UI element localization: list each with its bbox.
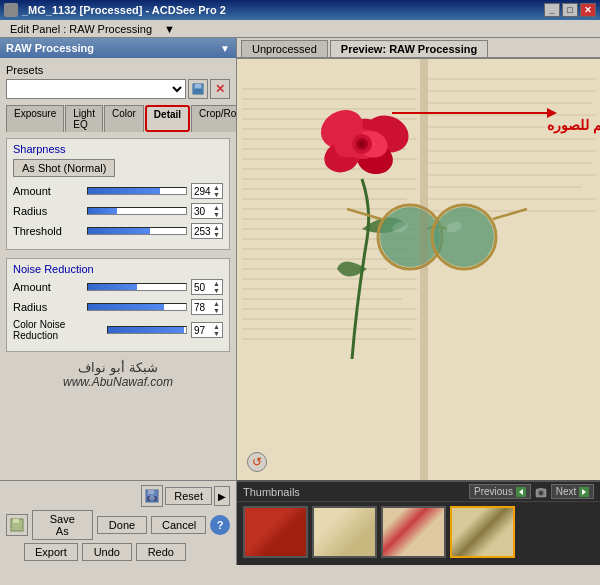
bottom-save-icon [10,518,24,532]
noise-amount-spinner[interactable]: 50 ▲▼ [191,279,223,295]
sharpness-threshold-slider[interactable] [87,227,187,235]
bottom-disk-icon[interactable] [6,514,28,536]
tab-crop-rotate[interactable]: Crop/Rotate [191,105,236,132]
undo-button[interactable]: Undo [82,543,132,561]
close-button[interactable]: ✕ [580,3,596,17]
noise-reduction-title: Noise Reduction [13,263,223,275]
noise-radius-label: Radius [13,301,83,313]
sharpness-section: Sharpness As Shot (Normal) Amount 294 ▲▼… [6,138,230,250]
sharpness-radius-slider[interactable] [87,207,187,215]
done-button[interactable]: Done [97,516,147,534]
next-button[interactable]: Next [551,484,594,499]
panel-content: Presets ✕ Exposure [0,58,236,480]
thumb-header: Thumbnails Previous [237,482,600,502]
edit-panel-menu[interactable]: Edit Panel : RAW Processing [4,23,158,35]
tab-unprocessed[interactable]: Unprocessed [241,40,328,57]
sharpness-threshold-label: Threshold [13,225,83,237]
tab-color[interactable]: Color [104,105,144,132]
reset-button[interactable]: Reset [165,487,212,505]
sharpness-amount-slider[interactable] [87,187,187,195]
image-area: ↺ هنا قائمة الحده والتنعيم للصوره [237,59,600,480]
bottom-row-2: Export Undo Redo [6,543,230,561]
svg-rect-75 [539,488,543,490]
cancel-button[interactable]: Cancel [151,516,206,534]
svg-point-74 [539,491,542,494]
prev-button[interactable]: Previous [469,484,531,499]
thumbnail-strip: Thumbnails Previous [237,480,600,565]
export-button[interactable]: Export [24,543,78,561]
sharpness-title: Sharpness [13,143,223,155]
redo-button[interactable]: Redo [136,543,186,561]
watermark-arabic: شبكة أبو نواف [6,360,230,375]
sharpness-amount-spinner[interactable]: 294 ▲▼ [191,183,223,199]
presets-label: Presets [6,64,230,76]
tab-detail[interactable]: Detail [145,105,190,132]
thumbnail-2[interactable] [312,506,377,558]
noise-amount-slider[interactable] [87,283,187,291]
save-as-button[interactable]: Save As [32,510,93,540]
thumbnail-1[interactable] [243,506,308,558]
disk-icon [145,489,159,503]
prev-icon [516,487,526,497]
noise-reduction-section: Noise Reduction Amount 50 ▲▼ Radius [6,258,230,352]
bottom-bar: Reset ▶ Save As Done Cancel ? Export Und… [0,480,236,565]
sharpness-threshold-row: Threshold 253 ▲▼ [13,223,223,239]
sharpness-amount-row: Amount 294 ▲▼ [13,183,223,199]
sharpness-radius-spinner[interactable]: 30 ▲▼ [191,203,223,219]
delete-icon: ✕ [215,82,225,96]
reset-row: Reset ▶ [6,485,230,507]
sharpness-threshold-spinner[interactable]: 253 ▲▼ [191,223,223,239]
bottom-row-1: Save As Done Cancel ? [6,510,230,540]
watermark-url: www.AbuNawaf.com [6,375,230,389]
svg-rect-67 [420,59,428,480]
delete-preset-button[interactable]: ✕ [210,79,230,99]
menu-arrow[interactable]: ▼ [158,23,181,35]
noise-amount-label: Amount [13,281,83,293]
svg-rect-2 [194,89,202,93]
svg-point-64 [434,207,494,267]
color-noise-slider[interactable] [107,326,187,334]
noise-radius-spinner[interactable]: 78 ▲▼ [191,299,223,315]
right-panel: Unprocessed Preview: RAW Processing [237,38,600,565]
noise-amount-row: Amount 50 ▲▼ [13,279,223,295]
reset-arrow-button[interactable]: ▶ [214,486,230,506]
save-icon [192,83,204,95]
title-bar: _MG_1132 [Processed] - ACDSee Pro 2 _ □ … [0,0,600,20]
as-shot-button[interactable]: As Shot (Normal) [13,159,115,177]
app-icon [4,3,18,17]
left-panel: RAW Processing ▼ Presets ✕ [0,38,237,565]
tab-preview-raw[interactable]: Preview: RAW Processing [330,40,488,57]
panel-title: RAW Processing [6,42,94,54]
rotate-icon-button[interactable]: ↺ [247,452,267,472]
tab-light-eq[interactable]: Light EQ [65,105,103,132]
window-title: _MG_1132 [Processed] - ACDSee Pro 2 [22,4,226,16]
disk-icon-button[interactable] [141,485,163,507]
color-noise-spinner[interactable]: 97 ▲▼ [191,322,223,338]
minimize-button[interactable]: _ [544,3,560,17]
presets-select[interactable] [6,79,186,99]
noise-radius-row: Radius 78 ▲▼ [13,299,223,315]
svg-point-6 [150,496,154,500]
help-button[interactable]: ? [210,515,230,535]
svg-rect-4 [148,490,154,494]
svg-point-58 [359,141,365,147]
thumbnail-4[interactable] [450,506,515,558]
thumbnails-label: Thumbnails [243,486,300,498]
color-noise-row: Color Noise Reduction 97 ▲▼ [13,319,223,341]
thumbnail-3[interactable] [381,506,446,558]
noise-radius-slider[interactable] [87,303,187,311]
book-lines-svg [237,59,600,480]
tabs-row: Exposure Light EQ Color Detail Crop/Rota… [6,105,230,132]
sharpness-amount-label: Amount [13,185,83,197]
annotation-text: هنا قائمة الحده والتنعيم للصوره [547,117,600,133]
svg-rect-9 [237,59,600,480]
maximize-button[interactable]: □ [562,3,578,17]
save-preset-button[interactable] [188,79,208,99]
sharpness-radius-label: Radius [13,205,83,217]
sharpness-radius-row: Radius 30 ▲▼ [13,203,223,219]
color-noise-label: Color Noise Reduction [13,319,103,341]
main-container: RAW Processing ▼ Presets ✕ [0,38,600,565]
window-controls[interactable]: _ □ ✕ [544,3,596,17]
tab-exposure[interactable]: Exposure [6,105,64,132]
panel-collapse-btn[interactable]: ▼ [220,43,230,54]
